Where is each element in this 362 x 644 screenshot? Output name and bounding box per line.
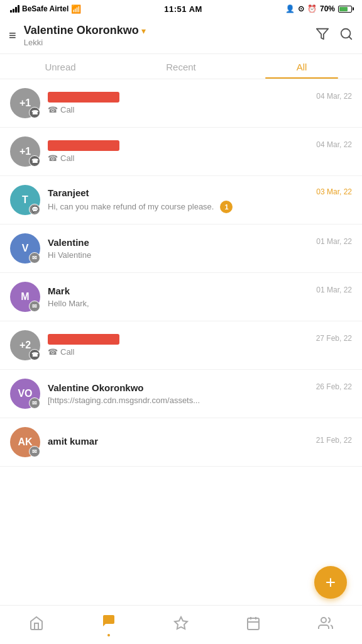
email-badge-icon: ✉ — [29, 446, 40, 457]
preview-text: [https://staging.cdn.msgsndr.com/assets.… — [48, 396, 200, 405]
svg-line-2 — [349, 36, 351, 39]
conversation-body: amit kumar21 Feb, 22 — [48, 436, 352, 449]
conversation-preview: ☎ Call — [48, 105, 352, 114]
tab-unread[interactable]: Unread — [0, 54, 121, 79]
conversation-date: 01 Mar, 22 — [316, 237, 352, 246]
wifi-icon: 📶 — [71, 4, 81, 14]
list-item[interactable]: VO✉Valentine Okoronkwo26 Feb, 22[https:/… — [0, 370, 362, 418]
conversation-preview: ☎ Call — [48, 153, 352, 163]
calendar-icon — [246, 616, 261, 635]
conversation-body: Mark01 Mar, 22Hello Mark, — [48, 286, 352, 308]
header: ≡ Valentine Okoronkwo ▾ Lekki — [0, 18, 362, 54]
plus-icon: + — [326, 572, 336, 592]
message-badge-icon: 💬 — [29, 204, 40, 215]
email-badge-icon: ✉ — [29, 301, 40, 312]
preview-text: Call — [60, 105, 74, 114]
phone-icon: ☎ — [48, 153, 58, 163]
conversation-preview: ☎ Call — [48, 347, 352, 357]
email-badge-icon: ✉ — [29, 252, 40, 264]
list-item[interactable]: T💬Taranjeet03 Mar, 22Hi, can you make re… — [0, 176, 362, 225]
email-badge-icon: ✉ — [29, 397, 40, 409]
carrier-label: BeSafe Airtel — [22, 4, 69, 13]
conversation-body: ██████████04 Mar, 22☎ Call — [48, 92, 352, 114]
conversation-body: Taranjeet03 Mar, 22Hi, can you make refu… — [48, 187, 352, 213]
list-item[interactable]: +1☎██████████04 Mar, 22☎ Call — [0, 79, 362, 128]
status-bar: BeSafe Airtel 📶 11:51 AM 👤 ⊙ ⏰ 70% — [0, 0, 362, 18]
conversation-date: 01 Mar, 22 — [316, 286, 352, 294]
chevron-down-icon[interactable]: ▾ — [141, 26, 146, 36]
header-title-block: Valentine Okoronkwo ▾ Lekki — [24, 24, 315, 47]
conversation-body: ██████████04 Mar, 22☎ Call — [48, 140, 352, 163]
conversation-body: ██████████27 Feb, 22☎ Call — [48, 334, 352, 357]
conversation-date: 03 Mar, 22 — [316, 187, 352, 196]
chat-icon — [101, 613, 116, 632]
preview-text: Hi Valentine — [48, 250, 91, 260]
avatar: +2☎ — [10, 330, 40, 360]
target-icon: ⊙ — [298, 4, 304, 13]
svg-marker-3 — [175, 617, 187, 629]
conversation-preview: Hi, can you make refund of my course ple… — [48, 201, 352, 213]
nav-calendar[interactable] — [238, 612, 268, 638]
conversation-name: Mark — [48, 286, 70, 296]
home-icon — [29, 616, 44, 635]
avatar: +1☎ — [10, 88, 40, 118]
conversation-date: 21 Feb, 22 — [316, 436, 352, 445]
conversation-body: Valentine Okoronkwo26 Feb, 22[https://st… — [48, 382, 352, 405]
conversation-preview: Hi Valentine — [48, 250, 352, 260]
hamburger-icon: ≡ — [9, 28, 16, 42]
avatar: V✉ — [10, 233, 40, 264]
svg-rect-4 — [248, 618, 259, 630]
call-badge-icon: ☎ — [29, 107, 40, 118]
avatar: T💬 — [10, 185, 40, 215]
conversation-name: Valentine Okoronkwo — [48, 382, 144, 393]
new-conversation-button[interactable]: + — [314, 566, 347, 599]
alarm-icon: ⏰ — [307, 4, 317, 13]
list-item[interactable]: M✉Mark01 Mar, 22Hello Mark, — [0, 273, 362, 321]
phone-icon: ☎ — [48, 105, 58, 114]
avatar: VO✉ — [10, 379, 40, 409]
active-indicator — [107, 634, 110, 636]
conversation-date: 04 Mar, 22 — [316, 140, 352, 149]
unread-badge: 1 — [220, 201, 233, 213]
nav-home[interactable] — [21, 612, 52, 638]
preview-text: Hi, can you make refund of my course ple… — [48, 202, 214, 211]
status-left: BeSafe Airtel 📶 — [10, 4, 81, 14]
preview-text: Hello Mark, — [48, 299, 89, 308]
list-item[interactable]: AK✉amit kumar21 Feb, 22 — [0, 418, 362, 467]
conversation-date: 27 Feb, 22 — [316, 334, 352, 343]
list-item[interactable]: V✉Valentine01 Mar, 22Hi Valentine — [0, 225, 362, 273]
nav-contacts[interactable] — [310, 612, 341, 638]
filter-button[interactable] — [315, 27, 329, 44]
bottom-navigation — [0, 605, 362, 644]
nav-conversations[interactable] — [94, 609, 124, 640]
conversation-name: amit kumar — [48, 436, 98, 447]
signal-icon — [10, 5, 19, 13]
call-badge-icon: ☎ — [29, 349, 40, 360]
tab-recent[interactable]: Recent — [121, 54, 241, 79]
conversation-name: ██████████ — [48, 92, 119, 103]
avatar: M✉ — [10, 282, 40, 312]
time-label: 11:51 AM — [164, 4, 202, 14]
header-actions — [315, 27, 353, 44]
avatar: +1☎ — [10, 136, 40, 167]
header-title: Valentine Okoronkwo — [24, 24, 139, 37]
tab-all[interactable]: All — [241, 54, 362, 79]
header-subtitle: Lekki — [24, 38, 146, 47]
conversation-date: 04 Mar, 22 — [316, 92, 352, 101]
nav-favorites[interactable] — [166, 612, 196, 638]
conversation-date: 26 Feb, 22 — [316, 382, 352, 391]
conversation-preview: Hello Mark, — [48, 299, 352, 308]
call-badge-icon: ☎ — [29, 155, 40, 167]
menu-button[interactable]: ≡ — [9, 28, 16, 43]
list-item[interactable]: +1☎██████████04 Mar, 22☎ Call — [0, 128, 362, 176]
list-item[interactable]: +2☎██████████27 Feb, 22☎ Call — [0, 321, 362, 370]
svg-marker-0 — [317, 29, 328, 40]
conversation-name: ██████████ — [48, 334, 119, 345]
star-icon — [173, 616, 189, 635]
person-icon: 👤 — [285, 4, 295, 13]
preview-text: Call — [60, 153, 74, 163]
conversation-name: Valentine — [48, 237, 89, 248]
search-button[interactable] — [339, 27, 353, 44]
status-right: 👤 ⊙ ⏰ 70% — [285, 4, 352, 13]
battery-label: 70% — [320, 4, 335, 13]
